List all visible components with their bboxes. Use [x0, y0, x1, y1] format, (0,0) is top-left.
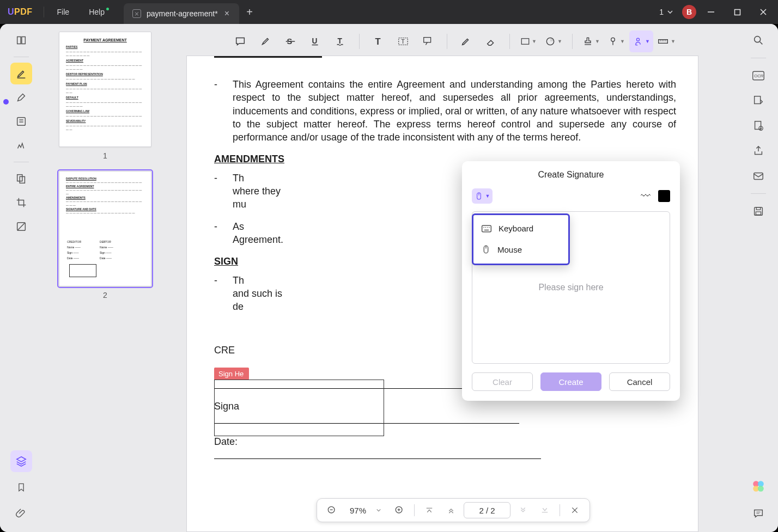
- form-mode-button[interactable]: [10, 111, 32, 132]
- last-page-button[interactable]: [536, 501, 554, 519]
- svg-text:T: T: [375, 36, 381, 46]
- callout-icon: [422, 35, 434, 47]
- zoom-out-button[interactable]: [323, 501, 341, 519]
- menu-help[interactable]: Help: [79, 8, 117, 16]
- svg-text:T: T: [338, 37, 343, 45]
- note-tool[interactable]: [228, 30, 252, 52]
- signature-tool[interactable]: ▼: [629, 30, 653, 52]
- separator: [751, 193, 766, 194]
- chat-icon: [752, 507, 764, 519]
- pencil-tool[interactable]: [454, 30, 478, 52]
- input-method-mouse[interactable]: Mouse: [473, 239, 568, 260]
- window-close-button[interactable]: [752, 0, 775, 24]
- highlight-tool[interactable]: [253, 30, 277, 52]
- page-indicator[interactable]: 2 / 2: [464, 502, 510, 518]
- tab-close-button[interactable]: ×: [223, 9, 230, 19]
- highlight-icon: [259, 35, 271, 47]
- thumbnails-panel-button[interactable]: [10, 450, 32, 472]
- color-picker-button[interactable]: [658, 190, 670, 202]
- menu-file[interactable]: File: [47, 8, 80, 16]
- comment-mode-button[interactable]: [10, 63, 32, 84]
- keyboard-icon: [481, 224, 492, 233]
- zoom-in-button[interactable]: [390, 501, 409, 519]
- svg-text:T: T: [401, 38, 405, 45]
- thumbnail-page-2[interactable]: DISPUTE RESOLUTION— — — — — — — — — — — …: [59, 171, 151, 286]
- separator: [14, 57, 29, 57]
- clear-button[interactable]: Clear: [472, 372, 533, 391]
- layers-icon: [15, 455, 27, 467]
- attachment-tool[interactable]: ▼: [604, 30, 628, 52]
- next-page-button[interactable]: [514, 501, 532, 519]
- separator: [560, 504, 560, 516]
- input-method-keyboard[interactable]: Keyboard: [473, 218, 568, 239]
- eraser-tool[interactable]: [479, 30, 503, 52]
- heading-underline-remnant: [214, 56, 322, 58]
- thumbnail-preview: PAYMENT AGREEMENT PARTIES— — — — — — — —…: [59, 32, 151, 146]
- ai-assistant-button[interactable]: [747, 475, 769, 497]
- sticker-tool[interactable]: ▼: [542, 30, 566, 52]
- strikethrough-tool[interactable]: S: [278, 30, 302, 52]
- text-tool[interactable]: T: [366, 30, 390, 52]
- window-minimize-button[interactable]: [700, 0, 722, 24]
- zoom-navigation-bar: 97% 2 / 2: [317, 498, 590, 522]
- underline-tool[interactable]: U: [303, 30, 327, 52]
- separator: [44, 7, 44, 17]
- convert-icon: [752, 95, 764, 107]
- window-count-dropdown[interactable]: 1: [654, 5, 679, 19]
- search-button[interactable]: [747, 29, 769, 51]
- reader-mode-button[interactable]: [10, 29, 32, 51]
- compress-icon: [752, 120, 764, 132]
- comments-panel-button[interactable]: [747, 503, 769, 524]
- organize-pages-button[interactable]: [10, 168, 32, 189]
- thumbnail-label-1: 1: [48, 151, 162, 160]
- svg-rect-1: [734, 9, 740, 15]
- fill-sign-mode-button[interactable]: [10, 134, 32, 156]
- chevron-down-icon: [376, 507, 381, 513]
- input-method-dropdown[interactable]: ▼: [472, 188, 493, 204]
- new-tab-button[interactable]: +: [239, 0, 260, 24]
- cancel-button[interactable]: Cancel: [609, 372, 670, 391]
- measure-tool[interactable]: ▼: [654, 30, 678, 52]
- textbox-tool[interactable]: T: [391, 30, 415, 52]
- tab-title: payment-agreement*: [147, 9, 218, 18]
- separator: [414, 504, 415, 516]
- left-toolbar-bottom: [10, 450, 32, 532]
- redact-button[interactable]: [10, 216, 32, 237]
- email-button[interactable]: [747, 165, 769, 187]
- user-avatar[interactable]: B: [682, 5, 696, 19]
- convert-button[interactable]: [747, 90, 769, 112]
- callout-tool[interactable]: [416, 30, 440, 52]
- separator: [14, 162, 29, 162]
- thumbnail-page-1[interactable]: PAYMENT AGREEMENT PARTIES— — — — — — — —…: [59, 32, 151, 147]
- bookmarks-panel-button[interactable]: [10, 476, 32, 498]
- thumb-title: PAYMENT AGREEMENT: [66, 38, 144, 43]
- thumbnails-panel[interactable]: PAYMENT AGREEMENT PARTIES— — — — — — — —…: [42, 24, 168, 532]
- crop-button[interactable]: [10, 192, 32, 213]
- save-button[interactable]: [747, 200, 769, 222]
- create-signature-dialog: Create Signature ▼ 〰 Keyboard M: [462, 161, 680, 401]
- attachments-panel-button[interactable]: [10, 503, 32, 524]
- zoom-level-select[interactable]: 97%: [344, 506, 387, 515]
- stamp-tool[interactable]: ▼: [579, 30, 603, 52]
- compress-button[interactable]: [747, 115, 769, 137]
- squiggly-tool[interactable]: T: [329, 30, 352, 52]
- svg-rect-19: [521, 39, 529, 45]
- shape-tool[interactable]: ▼: [516, 30, 540, 52]
- share-button[interactable]: [747, 140, 769, 162]
- document-tab[interactable]: payment-agreement* ×: [124, 3, 239, 24]
- edit-mode-button[interactable]: [10, 87, 32, 108]
- window-maximize-button[interactable]: [726, 0, 749, 24]
- prev-page-button[interactable]: [442, 501, 460, 519]
- ocr-button[interactable]: OCR: [747, 65, 769, 87]
- first-page-button[interactable]: [420, 501, 439, 519]
- zoom-out-icon: [326, 505, 337, 516]
- signature-placeholder-box[interactable]: [214, 380, 384, 436]
- svg-rect-4: [17, 118, 26, 126]
- close-toolbar-button[interactable]: [566, 501, 584, 519]
- stroke-style-button[interactable]: 〰: [641, 191, 651, 202]
- share-icon: [752, 145, 764, 157]
- last-page-icon: [540, 505, 550, 515]
- create-button[interactable]: Create: [540, 372, 601, 391]
- svg-point-24: [637, 38, 640, 41]
- dialog-title: Create Signature: [462, 161, 680, 185]
